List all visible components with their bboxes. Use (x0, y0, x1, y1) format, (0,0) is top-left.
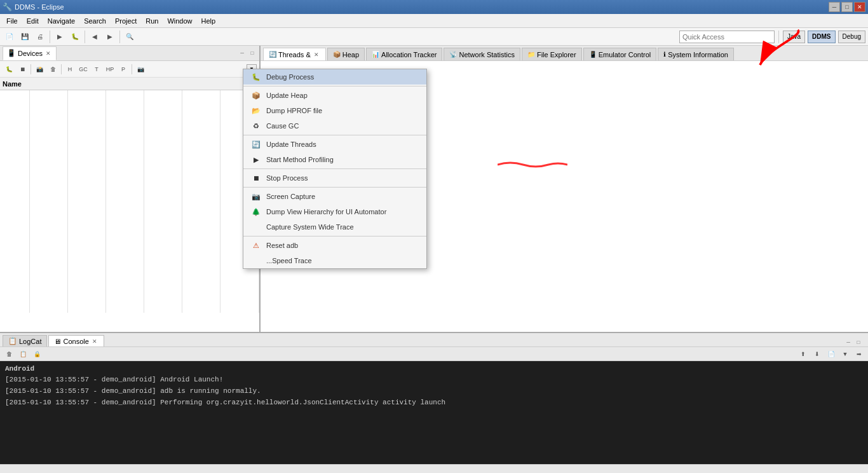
ctx-cause-gc[interactable]: ♻ Cause GC (243, 118, 426, 134)
console-scroll-lock[interactable]: 🔒 (31, 348, 43, 360)
ctrl-screenshot[interactable]: 📸 (33, 63, 46, 76)
tab-file-explorer[interactable]: 📁 File Explorer (522, 48, 582, 60)
ctx-speed-icon (251, 256, 261, 266)
panel-minimize-btn[interactable]: ─ (238, 49, 247, 58)
ctx-start-profiling[interactable]: ▶ Start Method Profiling (243, 152, 426, 167)
bottom-toolbar-right: ⬆ ⬇ 📄 ▼ ➡ (797, 348, 865, 360)
toolbar-save[interactable]: 💾 (18, 30, 32, 44)
toolbar-back[interactable]: ◀ (88, 30, 102, 44)
ctx-dump-view-hierarchy[interactable]: 🌲 Dump View Hierarchy for UI Automator (243, 204, 426, 219)
main-toolbar: 📄 💾 🖨 ▶ 🐛 ◀ ▶ 🔍 Java DDMS Debug (0, 28, 868, 46)
devices-tab-label: Devices (18, 50, 43, 57)
ctrl-hprof[interactable]: HP (104, 63, 116, 76)
toolbar-sep-2 (85, 31, 85, 43)
context-menu: 🐛 Debug Process 📦 Update Heap 📂 Dump HPR… (243, 69, 427, 269)
ctrl-sep-3 (132, 64, 132, 74)
console-clear[interactable]: 🗑 (3, 348, 15, 360)
tab-allocation[interactable]: 📊 Allocation Tracker (366, 48, 442, 60)
ctx-screen-capture[interactable]: 📷 Screen Capture (243, 189, 426, 204)
ctx-debug-process[interactable]: 🐛 Debug Process (243, 69, 426, 85)
ctx-debug-icon: 🐛 (251, 72, 261, 82)
emulator-icon: 📱 (589, 51, 597, 58)
console-copy[interactable]: 📋 (17, 348, 29, 360)
console-line-1: [2015-01-10 13:55:57 - demo_android] And… (5, 374, 863, 385)
ctx-update-heap[interactable]: 📦 Update Heap (243, 88, 426, 103)
toolbar-sep-1 (50, 31, 50, 43)
threads-tab-close[interactable]: ✕ (313, 51, 320, 58)
ctrl-debug[interactable]: 🐛 (3, 63, 15, 76)
devices-tab-close[interactable]: ✕ (44, 50, 52, 57)
ctx-camera-icon: 📷 (251, 191, 261, 202)
menu-search[interactable]: Search (80, 16, 110, 26)
minimize-button[interactable]: ─ (829, 2, 840, 12)
menu-run[interactable]: Run (142, 16, 162, 26)
menu-file[interactable]: File (3, 16, 22, 26)
bottom-maximize-btn[interactable]: □ (854, 338, 863, 346)
ctx-stop-process[interactable]: ⏹ Stop Process (243, 170, 426, 186)
ctrl-profile[interactable]: P (117, 63, 130, 76)
ctrl-stop[interactable]: ⏹ (16, 63, 29, 76)
bottom-panel: 📋 LogCat 🖥 Console ✕ ─ □ 🗑 📋 🔒 ⬆ ⬇ 📄 ▼ (0, 333, 868, 473)
close-button[interactable]: ✕ (854, 2, 865, 12)
ctrl-camera[interactable]: 📷 (134, 63, 147, 76)
table-header-name: Name (0, 78, 259, 90)
menu-bar: File Edit Navigate Search Project Run Wi… (0, 14, 868, 28)
ctx-speed-trace[interactable]: ...Speed Trace (243, 253, 426, 268)
ctrl-threads[interactable]: T (90, 63, 103, 76)
devices-tab[interactable]: 📱 Devices ✕ (3, 46, 57, 60)
tab-threads[interactable]: 🔄 Threads & ✕ (263, 48, 326, 60)
top-panels: 📱 Devices ✕ ─ □ 🐛 ⏹ 📸 🗑 H GC T (0, 46, 868, 333)
console-btn-5[interactable]: ➡ (853, 348, 865, 360)
menu-edit[interactable]: Edit (23, 16, 43, 26)
perspective-debug[interactable]: Debug (838, 31, 865, 43)
toolbar-debug[interactable]: 🐛 (68, 30, 82, 44)
toolbar-forward[interactable]: ▶ (103, 30, 117, 44)
toolbar-run[interactable]: ▶ (53, 30, 67, 44)
ctx-profile-icon: ▶ (251, 154, 261, 165)
tab-system-info[interactable]: ℹ System Information (658, 48, 734, 60)
ctrl-heap[interactable]: H (64, 63, 76, 76)
menu-navigate[interactable]: Navigate (44, 16, 79, 26)
perspective-ddms[interactable]: DDMS (808, 31, 835, 43)
panel-maximize-btn[interactable]: □ (248, 49, 257, 58)
console-btn-2[interactable]: ⬇ (811, 348, 824, 360)
toolbar-search[interactable]: 🔍 (123, 30, 137, 44)
ctx-heap-icon: 📦 (251, 90, 261, 100)
perspective-java[interactable]: Java (783, 31, 805, 43)
ctrl-delete[interactable]: 🗑 (46, 63, 59, 76)
ctx-reset-adb[interactable]: ⚠ Reset adb (243, 238, 426, 253)
title-text: 🔧 DDMS - Eclipse (3, 3, 64, 11)
menu-help[interactable]: Help (198, 16, 220, 26)
menu-project[interactable]: Project (111, 16, 140, 26)
ctrl-gc[interactable]: GC (77, 63, 90, 76)
ctx-hprof-icon: 📂 (251, 106, 261, 116)
tabs-bar: 🔄 Threads & ✕ 📦 Heap 📊 Allocation Tracke… (261, 46, 868, 61)
ctx-sep-3 (243, 168, 426, 169)
logcat-icon: 📋 (8, 337, 17, 345)
console-btn-3[interactable]: 📄 (825, 348, 837, 360)
main-area: 📱 Devices ✕ ─ □ 🐛 ⏹ 📸 🗑 H GC T (0, 46, 868, 473)
ctx-threads-icon: 🔄 (251, 139, 261, 149)
tab-logcat[interactable]: 📋 LogCat (3, 335, 47, 346)
tab-heap[interactable]: 📦 Heap (327, 48, 365, 60)
toolbar-print[interactable]: 🖨 (33, 30, 47, 44)
menu-window[interactable]: Window (163, 16, 196, 26)
ctx-update-threads[interactable]: 🔄 Update Threads (243, 137, 426, 152)
ctx-sep-2 (243, 135, 426, 135)
bottom-minimize-btn[interactable]: ─ (844, 338, 853, 346)
toolbar-new[interactable]: 📄 (3, 30, 17, 44)
allocation-icon: 📊 (372, 51, 379, 58)
console-content: Android [2015-01-10 13:55:57 - demo_andr… (0, 361, 868, 464)
maximize-button[interactable]: □ (841, 2, 853, 12)
console-btn-4[interactable]: ▼ (839, 348, 851, 360)
tab-network[interactable]: 📡 Network Statistics (444, 48, 520, 60)
tab-emulator[interactable]: 📱 Emulator Control (583, 48, 657, 60)
horizontal-scrollbar[interactable] (0, 464, 868, 473)
console-btn-1[interactable]: ⬆ (797, 348, 810, 360)
quick-access-input[interactable] (679, 31, 775, 43)
panel-minmax: ─ □ (238, 49, 257, 58)
console-tab-close[interactable]: ✕ (91, 338, 98, 345)
ctx-capture-trace[interactable]: Capture System Wide Trace (243, 219, 426, 235)
ctx-dump-hprof[interactable]: 📂 Dump HPROF file (243, 103, 426, 118)
tab-console[interactable]: 🖥 Console ✕ (48, 335, 104, 346)
